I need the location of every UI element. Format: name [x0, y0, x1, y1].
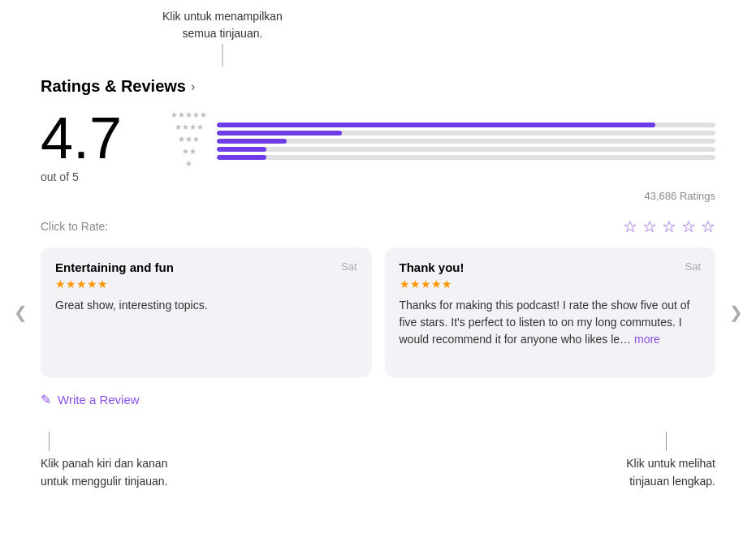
click-to-rate-label: Click to Rate:: [41, 220, 108, 233]
tooltip-top-line1: Klik untuk menampilkan: [162, 10, 283, 23]
big-score: 4.7 out of 5: [41, 109, 171, 183]
section-header[interactable]: Ratings & Reviews ›: [41, 77, 715, 96]
bar-row-3: [217, 139, 715, 144]
review-more-link[interactable]: more: [634, 333, 660, 346]
write-review-button[interactable]: ✎ Write a Review: [41, 392, 715, 407]
ratings-count: 43,686 Ratings: [41, 190, 715, 202]
review-date-1: Sat: [685, 260, 701, 273]
section-arrow: ›: [191, 80, 195, 94]
rating-area: 4.7 out of 5 ★★★★★ ★★★★ ★★★ ★★ ★: [41, 109, 715, 183]
tooltip-bottom-right: Klik untuk melihat tinjauan lengkap.: [626, 432, 715, 491]
review-text-0: Great show, interesting topics.: [55, 297, 357, 314]
star-icon-group: ★★★★★ ★★★★ ★★★ ★★ ★: [171, 109, 207, 170]
review-text-1: Thanks for making this podcast! I rate t…: [400, 297, 702, 348]
bar-row-4: [217, 131, 715, 136]
review-title-0: Entertaining and fun: [55, 260, 174, 274]
tooltip-top-line2: semua tinjauan.: [183, 27, 263, 40]
tooltip-bottom-left: Klik panah kiri dan kanan untuk mengguli…: [41, 432, 167, 491]
review-title-1: Thank you!: [400, 260, 464, 274]
bar-row-2: [217, 147, 715, 152]
out-of-label: out of 5: [41, 170, 79, 183]
bar-row-1: [217, 155, 715, 160]
star-1[interactable]: ☆: [623, 217, 637, 236]
star-4[interactable]: ☆: [681, 217, 696, 236]
review-stars-1: ★★★★★: [400, 277, 702, 290]
bottom-tooltips: Klik panah kiri dan kanan untuk mengguli…: [41, 432, 715, 491]
star-3[interactable]: ☆: [662, 217, 676, 236]
bars-container: [217, 119, 715, 160]
review-card-1: Thank you! Sat ★★★★★ Thanks for making t…: [385, 247, 716, 377]
star-rating-interactive[interactable]: ☆ ☆ ☆ ☆ ☆: [623, 217, 715, 236]
write-review-icon: ✎: [41, 392, 51, 407]
review-date-0: Sat: [341, 260, 357, 273]
review-card-0: Entertaining and fun Sat ★★★★★ Great sho…: [41, 247, 372, 377]
rating-number: 4.7: [41, 109, 122, 167]
reviews-row: ❮ Entertaining and fun Sat ★★★★★ Great s…: [41, 247, 715, 377]
review-header-0: Entertaining and fun Sat: [55, 260, 357, 274]
review-stars-0: ★★★★★: [55, 277, 357, 290]
nav-arrow-right[interactable]: ❯: [724, 292, 748, 333]
write-review-label: Write a Review: [58, 393, 140, 406]
section-title: Ratings & Reviews: [41, 77, 186, 96]
bar-row-5: [217, 123, 715, 127]
click-to-rate[interactable]: Click to Rate: ☆ ☆ ☆ ☆ ☆: [41, 217, 715, 236]
tooltip-top: Klik untuk menampilkan semua tinjauan.: [162, 8, 283, 42]
nav-arrow-left[interactable]: ❮: [8, 292, 32, 333]
stars-bars: ★★★★★ ★★★★ ★★★ ★★ ★: [171, 109, 715, 170]
star-5[interactable]: ☆: [701, 217, 715, 236]
star-2[interactable]: ☆: [642, 217, 657, 236]
review-header-1: Thank you! Sat: [400, 260, 702, 274]
